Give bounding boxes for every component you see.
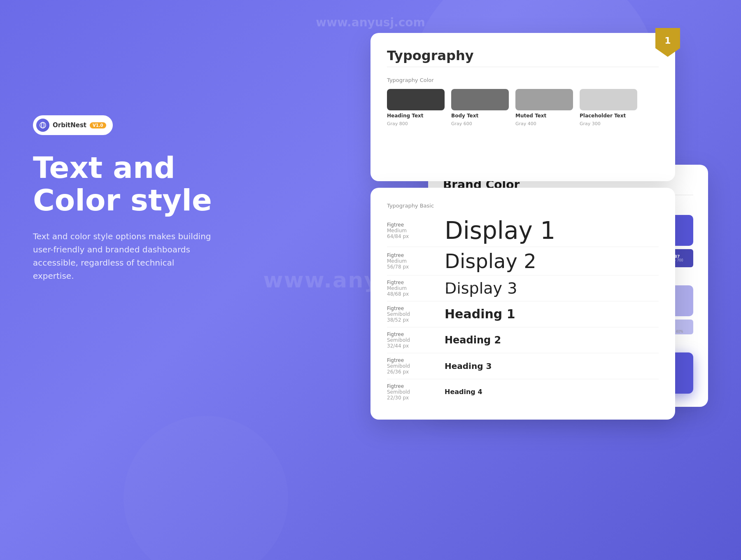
- typography-color-label: Typography Color: [387, 77, 659, 83]
- swatch-heading: Heading Text Gray 800: [387, 89, 445, 126]
- type-meta-heading1: Figtree Semibold 38/52 px: [387, 306, 445, 323]
- swatch-body: Body Text Gray 600: [451, 89, 509, 126]
- type-sample-heading4: Heading 4: [445, 389, 482, 395]
- type-sample-heading3: Heading 3: [445, 362, 492, 370]
- swatch-label-heading: Heading Text: [387, 113, 445, 119]
- swatch-box-muted: [515, 89, 573, 110]
- logo-text: OrbitNest: [53, 121, 86, 129]
- main-heading: Text andColor style: [33, 152, 231, 217]
- table-row: Figtree Medium 48/68 px Display 3: [387, 275, 659, 301]
- table-row: Figtree Semibold 26/36 px Heading 3: [387, 353, 659, 379]
- typography-basic-card: Typography Basic Figtree Medium 64/84 px…: [370, 188, 675, 420]
- typography-card-title: Typography: [387, 48, 659, 63]
- logo-badge: OrbitNest V1.0: [33, 115, 113, 135]
- swatch-box-placeholder: [580, 89, 637, 110]
- font-weight: Medium: [387, 228, 445, 233]
- swatch-sub-muted: Gray 400: [515, 121, 573, 126]
- type-sample-heading2: Heading 2: [445, 335, 501, 345]
- swatch-label-placeholder: Placeholder Text: [580, 113, 637, 119]
- table-row: Figtree Semibold 38/52 px Heading 1: [387, 301, 659, 327]
- swatch-box-heading: [387, 89, 445, 110]
- type-meta-heading2: Figtree Semibold 32/44 px: [387, 331, 445, 349]
- table-row: Figtree Semibold 22/30 px Heading 4: [387, 379, 659, 405]
- swatch-box-body: [451, 89, 509, 110]
- swatch-sub-body: Gray 600: [451, 121, 509, 126]
- main-description: Text and color style options makes build…: [33, 230, 214, 282]
- version-badge: V1.0: [90, 122, 106, 128]
- swatch-sub-heading: Gray 800: [387, 121, 445, 126]
- type-meta-heading4: Figtree Semibold 22/30 px: [387, 383, 445, 401]
- type-meta-heading3: Figtree Semibold 26/36 px: [387, 357, 445, 375]
- swatch-label-muted: Muted Text: [515, 113, 573, 119]
- type-meta-display3: Figtree Medium 48/68 px: [387, 280, 445, 297]
- bg-decoration-2: [124, 416, 288, 560]
- table-row: Figtree Semibold 32/44 px Heading 2: [387, 327, 659, 353]
- cards-area: 1 Typography Typography Color Heading Te…: [370, 33, 708, 420]
- type-meta-display1: Figtree Medium 64/84 px: [387, 222, 445, 239]
- table-row: Figtree Medium 56/78 px Display 2: [387, 247, 659, 275]
- font-name: Figtree: [387, 222, 445, 228]
- type-meta-display2: Figtree Medium 56/78 px: [387, 252, 445, 270]
- typography-card: 1 Typography Typography Color Heading Te…: [370, 33, 675, 181]
- logo-icon: [36, 119, 49, 132]
- color-swatches: Heading Text Gray 800 Body Text Gray 600…: [387, 89, 659, 126]
- font-size: 64/84 px: [387, 233, 445, 239]
- swatch-sub-placeholder: Gray 300: [580, 121, 637, 126]
- type-sample-heading1: Heading 1: [445, 308, 515, 320]
- svg-point-1: [42, 122, 44, 128]
- card-badge: 1: [655, 28, 680, 57]
- swatch-placeholder: Placeholder Text Gray 300: [580, 89, 637, 126]
- type-rows: Figtree Medium 64/84 px Display 1 Figtre…: [387, 215, 659, 405]
- type-sample-display2: Display 2: [445, 251, 536, 271]
- left-panel: OrbitNest V1.0 Text andColor style Text …: [33, 115, 231, 282]
- type-sample-display1: Display 1: [445, 219, 555, 243]
- typography-basic-label: Typography Basic: [387, 203, 659, 209]
- swatch-muted: Muted Text Gray 400: [515, 89, 573, 126]
- swatch-label-body: Body Text: [451, 113, 509, 119]
- type-sample-display3: Display 3: [445, 280, 517, 296]
- watermark-top: www.anyusj.com: [316, 16, 425, 29]
- card-divider-1: [387, 67, 659, 67]
- svg-point-0: [40, 122, 46, 128]
- table-row: Figtree Medium 64/84 px Display 1: [387, 215, 659, 247]
